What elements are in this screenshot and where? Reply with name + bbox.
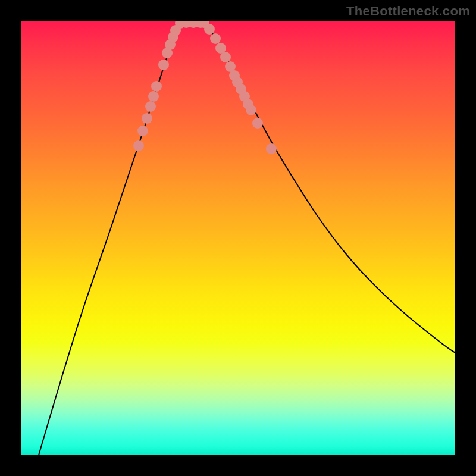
marker-dot (137, 126, 148, 136)
marker-dot (252, 118, 263, 129)
chart-svg (21, 21, 455, 455)
curve-path (39, 21, 455, 455)
marker-dot (151, 81, 162, 92)
marker-dot (246, 105, 256, 115)
marker-dot (266, 143, 277, 154)
curve-line (39, 21, 455, 455)
marker-dot (210, 33, 221, 44)
plot-area (21, 21, 455, 455)
marker-dot (148, 91, 159, 102)
marker-dot (204, 24, 215, 35)
scatter-markers (133, 21, 277, 154)
marker-dot (145, 101, 156, 112)
marker-dot (220, 52, 231, 62)
marker-dot (142, 113, 152, 124)
marker-dot (133, 140, 144, 151)
watermark-text: TheBottleneck.com (346, 4, 470, 19)
marker-dot (158, 60, 169, 70)
